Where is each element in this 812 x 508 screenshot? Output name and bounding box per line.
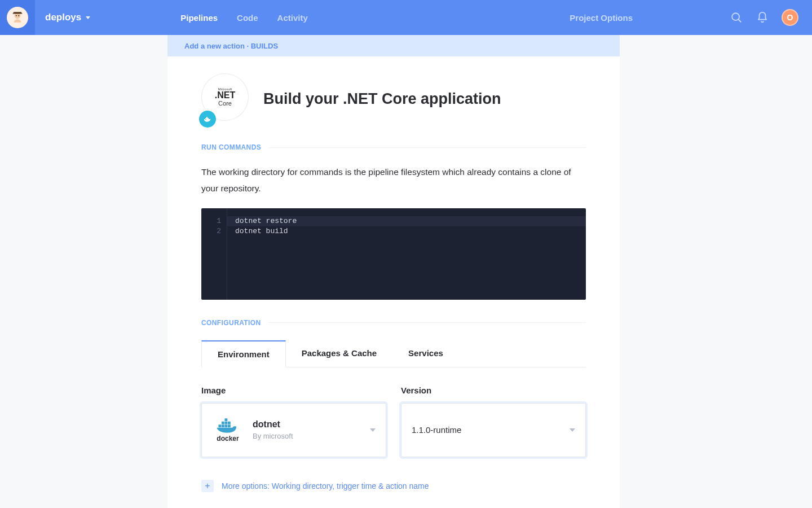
action-icon: Microsoft .NET Core [201,73,252,124]
tab-services[interactable]: Services [392,340,459,367]
image-field-label: Image [201,386,386,395]
project-options-link[interactable]: Project Options [570,13,633,23]
image-value: dotnet [253,419,293,430]
version-value: 1.1.0-runtime [412,425,461,435]
svg-point-2 [18,15,19,16]
app-logo[interactable] [0,0,35,35]
svg-line-4 [738,19,741,22]
tab-code[interactable]: Code [237,13,258,23]
docker-logo-icon: docker [212,418,244,443]
code-editor[interactable]: 12 dotnet restore dotnet build [201,208,586,300]
chevron-down-icon [370,428,376,432]
svg-rect-9 [222,422,224,424]
search-icon[interactable] [730,11,743,24]
svg-rect-5 [219,424,222,427]
project-dropdown[interactable]: deploys [45,12,90,23]
svg-rect-7 [225,424,228,427]
tab-activity[interactable]: Activity [277,13,308,23]
docker-badge-icon [199,111,216,128]
chevron-down-icon [570,428,575,432]
tab-environment[interactable]: Environment [201,340,286,367]
version-select[interactable]: 1.1.0-runtime [401,403,586,457]
svg-rect-12 [225,418,228,421]
svg-rect-10 [225,422,228,424]
code-line-2: dotnet build [227,226,586,237]
project-name: deploys [45,12,81,23]
code-gutter: 12 [201,208,227,300]
bell-icon[interactable] [756,11,769,24]
svg-point-1 [16,15,17,16]
caret-down-icon [86,16,90,19]
image-select[interactable]: docker dotnet By microsoft [201,403,386,457]
tab-pipelines[interactable]: Pipelines [180,13,218,23]
page-title: Build your .NET Core application [263,90,501,108]
svg-rect-11 [228,422,231,424]
section-run-commands: RUN COMMANDS [201,143,586,151]
plus-icon: + [201,480,214,492]
tab-packages-cache[interactable]: Packages & Cache [286,340,392,367]
version-field-label: Version [401,386,586,395]
section-configuration: CONFIGURATION [201,319,586,327]
svg-point-3 [732,13,739,20]
breadcrumb[interactable]: Add a new action · BUILDS [167,35,620,56]
avatar[interactable]: O [782,9,798,26]
image-subtitle: By microsoft [253,432,293,440]
code-line-1: dotnet restore [227,216,586,226]
svg-rect-8 [228,424,231,427]
run-commands-description: The working directory for commands is th… [201,164,586,197]
svg-rect-6 [222,424,224,427]
more-options-link[interactable]: + More options: Working directory, trigg… [201,475,586,497]
more-options-label: More options: Working directory, trigger… [222,481,429,491]
